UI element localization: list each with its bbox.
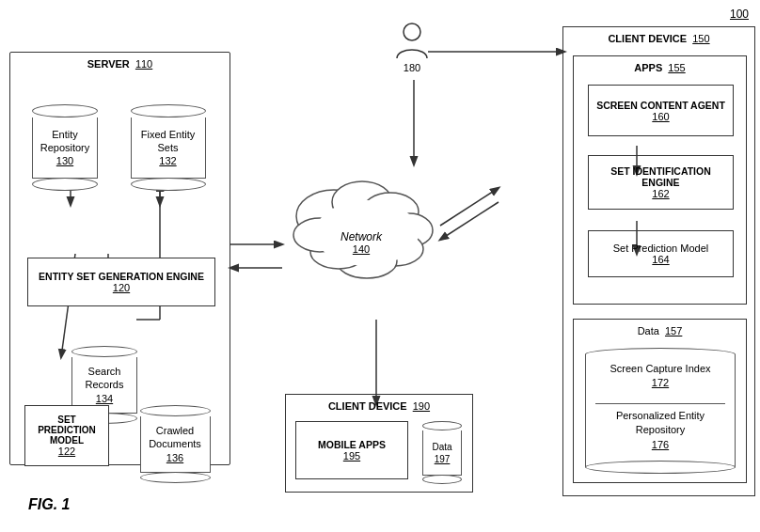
user-icon xyxy=(395,21,429,60)
entity-repo-ref: 130 xyxy=(37,154,93,167)
network-label: Network xyxy=(340,230,382,243)
svg-point-22 xyxy=(293,218,346,252)
mobile-apps-label: MOBILE APPS xyxy=(318,439,386,450)
svg-line-9 xyxy=(440,202,499,240)
crawled-docs-ref: 136 xyxy=(144,451,207,464)
fixed-entity-sets-ref: 132 xyxy=(135,154,201,167)
screen-content-agent-box: SCREEN CONTENT AGENT 160 xyxy=(588,85,734,136)
entity-repository: Entity Repository 130 xyxy=(27,104,103,191)
fixed-entity-sets-label: Fixed Entity Sets xyxy=(135,128,201,155)
svg-point-16 xyxy=(332,181,392,223)
diagram-container: 100 xyxy=(0,0,760,532)
client190-label: CLIENT DEVICE xyxy=(328,400,407,412)
crawled-docs-label: Crawled Documents xyxy=(144,424,207,451)
entity-repo-label: Entity Repository xyxy=(37,128,93,155)
mobile-apps-ref: 195 xyxy=(343,450,360,462)
svg-line-8 xyxy=(440,188,499,226)
search-records-ref: 134 xyxy=(75,392,134,405)
esge-label: ENTITY SET GENERATION ENGINE xyxy=(39,271,204,282)
server-box: SERVER 110 Entity Repository 130 Fixed E… xyxy=(9,52,230,465)
data197-ref: 197 xyxy=(432,453,451,465)
per-label: Personalized Entity Repository xyxy=(595,409,725,438)
network-ref: 140 xyxy=(340,243,382,255)
svg-point-17 xyxy=(362,193,419,230)
client-device-190-box: CLIENT DEVICE 190 MOBILE APPS 195 Data 1… xyxy=(285,394,473,493)
network-label-area: Network 140 xyxy=(340,230,382,255)
user-ref-label: 180 xyxy=(395,62,429,73)
data157-label: Data xyxy=(638,325,659,336)
server-label: SERVER xyxy=(87,58,130,70)
sca-ref: 160 xyxy=(652,111,669,122)
esge-ref: 120 xyxy=(113,282,130,293)
spm-server-label: SET PREDICTION MODEL xyxy=(29,415,104,446)
sie-ref: 162 xyxy=(652,188,669,199)
set-identification-engine-box: SET IDENTIFICATION ENGINE 162 xyxy=(588,155,734,210)
client-device-150-box: CLIENT DEVICE 150 APPS 155 SCREEN CONTEN… xyxy=(562,26,755,496)
fig-label: FIG. 1 xyxy=(28,496,70,513)
client150-label: CLIENT DEVICE xyxy=(608,33,687,44)
svg-point-24 xyxy=(404,23,420,40)
data197-label: Data xyxy=(432,441,451,453)
data-157-box: Data 157 Screen Capture Index 172 Person… xyxy=(573,319,747,483)
spm-client-ref: 164 xyxy=(652,254,669,265)
fixed-entity-sets: Fixed Entity Sets 132 xyxy=(123,104,213,191)
crawled-documents: Crawled Documents 136 xyxy=(133,405,217,483)
mobile-apps-box: MOBILE APPS 195 xyxy=(295,421,408,479)
apps155-label: APPS xyxy=(634,62,662,73)
user-icon-area: 180 xyxy=(395,21,429,73)
data-197-cyl: Data 197 xyxy=(420,421,465,484)
sie-label: SET IDENTIFICATION ENGINE xyxy=(592,165,730,188)
per-ref: 176 xyxy=(595,438,725,452)
spm-server-ref: 122 xyxy=(58,446,75,457)
server-ref: 110 xyxy=(135,58,152,70)
svg-point-18 xyxy=(386,213,433,247)
client190-ref: 190 xyxy=(413,400,430,412)
set-prediction-model-server: SET PREDICTION MODEL 122 xyxy=(24,405,109,466)
sci-ref: 172 xyxy=(595,376,725,390)
sci-label: Screen Capture Index xyxy=(595,362,725,376)
search-records-label: Search Records xyxy=(75,365,134,392)
apps155-ref: 155 xyxy=(668,62,685,73)
spm-client-label: Set Prediction Model xyxy=(613,243,709,254)
client150-ref: 150 xyxy=(692,33,709,44)
ref-100: 100 xyxy=(730,8,749,21)
entity-set-generation-engine: ENTITY SET GENERATION ENGINE 120 xyxy=(27,258,215,306)
set-prediction-model-client-box: Set Prediction Model 164 xyxy=(588,230,734,277)
apps-155-box: APPS 155 SCREEN CONTENT AGENT 160 SET ID… xyxy=(573,55,747,305)
sca-label: SCREEN CONTENT AGENT xyxy=(596,100,725,111)
data157-ref: 157 xyxy=(665,325,682,336)
